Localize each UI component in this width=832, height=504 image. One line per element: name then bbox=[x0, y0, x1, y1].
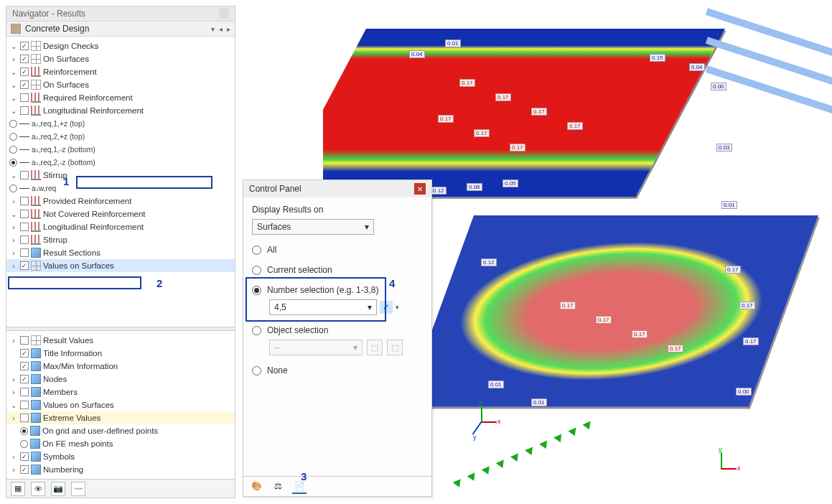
design-module-combo[interactable]: Concrete Design ▾ ◂ ▸ bbox=[6, 22, 235, 37]
navigator-title-bar[interactable]: Navigator - Results bbox=[6, 6, 235, 22]
prev-icon[interactable]: ◂ bbox=[219, 25, 223, 33]
tab-scales[interactable]: ⚖ bbox=[271, 480, 285, 494]
confirm-button[interactable]: ✓ bbox=[380, 301, 393, 314]
tree-item[interactable]: Title Information bbox=[43, 349, 102, 358]
tree-item[interactable]: Result Values bbox=[43, 336, 93, 345]
checkbox[interactable] bbox=[20, 375, 29, 383]
expander-icon[interactable]: › bbox=[9, 388, 18, 396]
expander-icon[interactable]: › bbox=[9, 414, 18, 422]
expander-icon[interactable]: › bbox=[9, 262, 18, 270]
tree-item[interactable]: aₛ,req,2,+z (top) bbox=[32, 132, 85, 141]
tree-item[interactable]: aₛ,req,1,-z (bottom) bbox=[32, 145, 95, 154]
checkbox[interactable] bbox=[20, 223, 29, 231]
checkbox[interactable] bbox=[20, 388, 29, 396]
expander-icon[interactable]: ⌄ bbox=[9, 210, 18, 218]
checkbox[interactable] bbox=[20, 452, 29, 461]
radio[interactable] bbox=[9, 120, 17, 128]
tree-item[interactable]: On Surfaces bbox=[43, 55, 89, 63]
tree-item-values-on-surfaces[interactable]: Values on Surfaces bbox=[43, 261, 114, 270]
radio[interactable] bbox=[252, 266, 261, 275]
opt-number[interactable]: Number selection (e.g. 1-3,8) bbox=[252, 285, 423, 295]
tree-item[interactable]: Members bbox=[43, 388, 78, 396]
tree-item[interactable]: Max/Min Information bbox=[43, 362, 118, 370]
radio[interactable] bbox=[20, 427, 28, 435]
next-icon[interactable]: ▸ bbox=[227, 25, 230, 33]
expander-icon[interactable]: › bbox=[9, 236, 18, 244]
checkbox[interactable] bbox=[20, 414, 29, 422]
radio[interactable] bbox=[9, 133, 17, 141]
expander-icon[interactable]: › bbox=[9, 55, 18, 63]
display-on-combo[interactable]: Surfaces ▾ bbox=[252, 219, 374, 235]
checkbox[interactable] bbox=[20, 349, 29, 358]
pick-button-1[interactable]: ⬚ bbox=[367, 340, 383, 355]
radio[interactable] bbox=[252, 286, 261, 295]
chevron-down-icon[interactable]: ▾ bbox=[368, 302, 372, 312]
radio[interactable] bbox=[9, 146, 17, 154]
expander-icon[interactable]: ⌄ bbox=[9, 68, 18, 76]
opt-current[interactable]: Current selection bbox=[252, 265, 423, 275]
tree-item[interactable]: Design Checks bbox=[43, 42, 98, 50]
toolbar-btn-2[interactable]: 👁 bbox=[31, 482, 45, 496]
display-options-tree[interactable]: ›Result Values ·Title Information ·Max/M… bbox=[6, 331, 235, 479]
tree-item[interactable]: Longitudinal Reinforcement bbox=[43, 106, 144, 115]
opt-all[interactable]: All bbox=[252, 245, 423, 255]
close-icon[interactable]: ✕ bbox=[414, 183, 426, 195]
tree-item[interactable]: Nodes bbox=[43, 375, 67, 383]
radio[interactable] bbox=[252, 246, 261, 255]
checkbox[interactable] bbox=[20, 465, 29, 474]
checkbox[interactable] bbox=[20, 336, 29, 345]
surface-bottom[interactable] bbox=[404, 215, 818, 407]
tree-item[interactable]: Reinforcement bbox=[43, 67, 97, 76]
checkbox[interactable] bbox=[20, 93, 29, 102]
expander-icon[interactable]: ⌄ bbox=[9, 401, 18, 409]
radio[interactable] bbox=[252, 326, 261, 335]
tree-item-extreme[interactable]: Extreme Values bbox=[43, 414, 101, 422]
tree-item[interactable]: Required Reinforcement bbox=[43, 93, 133, 102]
toolbar-btn-1[interactable]: ▦ bbox=[11, 482, 25, 496]
radio[interactable] bbox=[9, 185, 17, 192]
tree-item[interactable]: Values on Surfaces bbox=[43, 401, 114, 409]
dropdown-icon[interactable]: ▾ bbox=[396, 304, 399, 311]
expander-icon[interactable]: ⌄ bbox=[9, 172, 18, 179]
radio[interactable] bbox=[20, 440, 28, 448]
checkbox[interactable] bbox=[20, 67, 29, 76]
expander-icon[interactable]: ⌄ bbox=[9, 107, 18, 115]
checkbox[interactable] bbox=[20, 210, 29, 218]
checkbox[interactable] bbox=[20, 197, 29, 205]
tree-item[interactable]: aₛw,req bbox=[32, 184, 56, 192]
number-selection-input[interactable]: 4,5 ▾ bbox=[269, 299, 377, 315]
expander-icon[interactable]: ⌄ bbox=[9, 94, 18, 102]
tree-item[interactable]: On FE mesh points bbox=[42, 439, 113, 448]
tree-item[interactable]: On grid and user-defined points bbox=[42, 426, 158, 435]
expander-icon[interactable]: › bbox=[9, 453, 18, 461]
opt-object[interactable]: Object selection bbox=[252, 325, 423, 335]
results-tree[interactable]: ⌄Design Checks ›On Surfaces ⌄Reinforceme… bbox=[6, 37, 235, 327]
tree-item[interactable]: Numbering bbox=[43, 465, 83, 474]
tab-colors[interactable]: 🎨 bbox=[249, 480, 263, 494]
tree-item[interactable]: Stirrup bbox=[43, 235, 67, 244]
checkbox[interactable] bbox=[20, 171, 29, 179]
tree-item[interactable]: Not Covered Reinforcement bbox=[43, 210, 146, 218]
tree-item-selected[interactable]: aₛ,req,2,-z (bottom) bbox=[32, 158, 95, 167]
tree-item[interactable]: Provided Reinforcement bbox=[43, 197, 131, 205]
tree-item[interactable]: Longitudinal Reinforcement bbox=[43, 223, 144, 231]
checkbox[interactable] bbox=[20, 261, 29, 270]
toolbar-btn-4[interactable]: 〰 bbox=[71, 482, 85, 496]
checkbox[interactable] bbox=[20, 80, 29, 89]
tree-item[interactable]: On Surfaces bbox=[43, 80, 89, 89]
opt-none[interactable]: None bbox=[252, 365, 423, 375]
checkbox[interactable] bbox=[20, 42, 29, 50]
checkbox[interactable] bbox=[20, 235, 29, 244]
tree-item[interactable]: aₛ,req,1,+z (top) bbox=[32, 119, 85, 128]
expander-icon[interactable]: › bbox=[9, 223, 18, 231]
radio[interactable] bbox=[252, 366, 261, 375]
checkbox[interactable] bbox=[20, 55, 29, 63]
checkbox[interactable] bbox=[20, 106, 29, 115]
expander-icon[interactable]: ⌄ bbox=[9, 81, 18, 89]
toolbar-btn-3[interactable]: 📷 bbox=[51, 482, 65, 496]
expander-icon[interactable]: › bbox=[9, 249, 18, 257]
checkbox[interactable] bbox=[20, 401, 29, 409]
tree-item[interactable]: Result Sections bbox=[43, 248, 101, 257]
expander-icon[interactable]: › bbox=[9, 466, 18, 474]
expander-icon[interactable]: › bbox=[9, 375, 18, 383]
